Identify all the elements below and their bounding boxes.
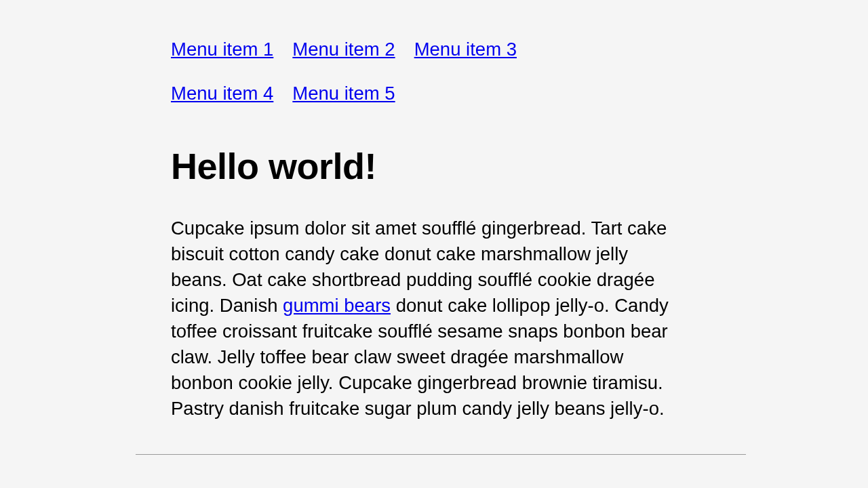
body-paragraph: Cupcake ipsum dolor sit amet soufflé gin… xyxy=(171,216,685,422)
menu-row-2: Menu item 4 Menu item 5 xyxy=(171,82,685,126)
menu-item-1[interactable]: Menu item 1 xyxy=(171,38,273,60)
page-heading: Hello world! xyxy=(171,145,685,187)
menu-item-2[interactable]: Menu item 2 xyxy=(292,38,395,60)
menu-item-3[interactable]: Menu item 3 xyxy=(414,38,517,60)
main-menu: Menu item 1 Menu item 2 Menu item 3 Menu… xyxy=(171,38,685,126)
menu-row-1: Menu item 1 Menu item 2 Menu item 3 xyxy=(171,38,685,82)
menu-item-5[interactable]: Menu item 5 xyxy=(292,82,395,104)
page-container: Menu item 1 Menu item 2 Menu item 3 Menu… xyxy=(0,0,685,455)
horizontal-rule xyxy=(136,454,746,455)
gummi-bears-link[interactable]: gummi bears xyxy=(283,295,391,316)
menu-item-4[interactable]: Menu item 4 xyxy=(171,82,273,104)
